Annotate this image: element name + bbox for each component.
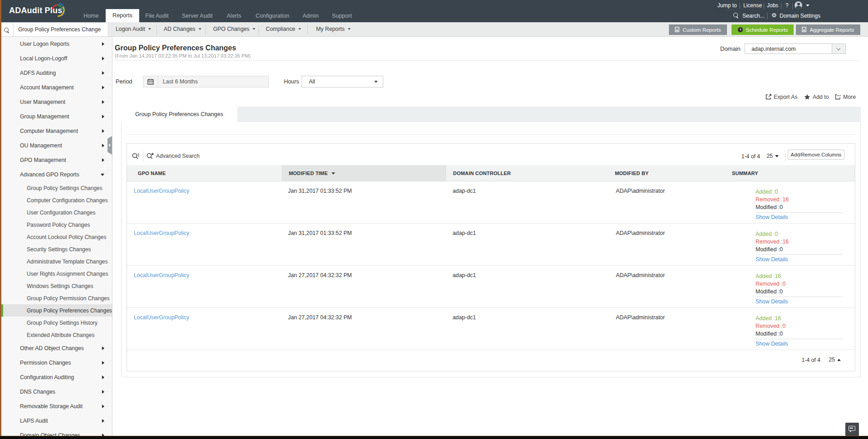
user-menu-caret-icon[interactable] [806,5,809,6]
schedule-reports-button[interactable]: Schedule Reports [731,24,794,35]
tab-group-policy-preferences-changes[interactable]: Group Policy Preferences Changes [121,107,237,122]
sidebar-item-computer-management[interactable]: Computer Management [1,124,112,138]
nav-tab-support[interactable]: Support [328,13,356,22]
sidebar-item-gpo-management[interactable]: GPO Management [1,153,112,167]
sidebar-item-extended-attribute-changes[interactable]: Extended Attribute Changes [1,329,112,341]
menu-ad-changes[interactable]: AD Changes [164,26,201,34]
sidebar-item-dns-changes[interactable]: DNS Changes [1,385,112,399]
gpo-name-link[interactable]: LocalUserGroupPolicy [134,230,189,236]
show-details-link[interactable]: Show Details [756,340,855,348]
table-row: LocalUserGroupPolicyJan 27,2017 04:32:32… [127,308,855,350]
sidebar-item-adfs-auditing[interactable]: ADFS Auditing [1,66,112,80]
sidebar-item-removable-storage-audit[interactable]: Removable Storage Audit [1,399,112,414]
domain-settings-button[interactable]: Domain Settings [780,13,820,19]
modified-time-cell: Jan 27,2017 04:32:32 PM [282,308,446,350]
more-button[interactable]: More [835,94,856,100]
menu-my-reports[interactable]: My Reports [316,26,351,34]
page-size-value: 25 [766,153,773,159]
column-header-modified-time[interactable]: MODIFIED TIME [282,165,446,181]
column-header-summary[interactable]: SUMMARY [731,165,855,181]
custom-reports-button[interactable]: Custom Reports [669,24,727,35]
sidebar-item-computer-configuration-changes[interactable]: Computer Configuration Changes [1,194,112,206]
column-header-modified-by[interactable]: MODIFIED BY [610,165,731,181]
sidebar-item-permission-changes[interactable]: Permission Changes [1,356,112,370]
sidebar-item-other-ad-object-changes[interactable]: Other AD Object Changes [1,341,112,356]
period-field[interactable]: Last 6 Months [143,76,269,88]
gpo-name-link[interactable]: LocalUserGroupPolicy [134,272,189,278]
sidebar-item-user-rights-assignment-changes[interactable]: User Rights Assignment Changes [1,268,112,280]
sidebar-item-group-policy-settings-changes[interactable]: Group Policy Settings Changes [1,182,112,194]
nav-tab-file-audit[interactable]: File Audit [141,13,173,22]
calendar-icon[interactable] [143,76,158,87]
sidebar-item-windows-settings-changes[interactable]: Windows Settings Changes [1,280,112,292]
sidebar-item-account-management[interactable]: Account Management [1,80,112,95]
sidebar-item-group-policy-settings-history[interactable]: Group Policy Settings History [1,317,112,329]
report-search-input[interactable]: Group Policy Preferences Change [14,23,107,36]
modified-by-cell: ADAP\administrator [610,181,731,223]
jobs-link[interactable]: Jobs [767,2,778,9]
nav-tab-alerts[interactable]: Alerts [220,13,248,22]
summary-added: Added :0 [756,188,855,196]
menu-gpo-changes[interactable]: GPO Changes [213,26,255,34]
chevron-down-icon[interactable] [832,44,845,54]
show-details-link[interactable]: Show Details [756,214,855,221]
help-link[interactable]: ? [785,2,789,9]
user-avatar[interactable] [795,1,802,9]
sidebar-item-password-policy-changes[interactable]: Password Policy Changes [1,219,112,231]
chevron-right-icon [102,346,104,350]
gpo-name-link[interactable]: LocalUserGroupPolicy [134,188,189,194]
sidebar-item-administrative-template-changes[interactable]: Administrative Template Changes [1,255,112,268]
show-details-link[interactable]: Show Details [756,256,855,263]
export-as-label: Export As [774,94,798,100]
sidebar-item-user-logon-reports[interactable]: User Logon Reports [1,37,112,51]
nav-tab-configuration[interactable]: Configuration [252,13,293,22]
global-search-button[interactable]: Search... [742,13,765,19]
sidebar-item-advanced-gpo-reports[interactable]: Advanced GPO Reports [1,167,112,182]
hours-dropdown[interactable]: All [302,76,383,88]
menu-logon-audit[interactable]: Logon Audit [116,26,151,34]
custom-reports-label: Custom Reports [683,27,721,33]
summary-added: Added :16 [756,273,855,280]
modified-by-cell: ADAP\administrator [610,308,731,350]
sidebar-collapse-handle[interactable] [107,136,112,155]
report-search-icon[interactable] [1,23,13,36]
export-as-button[interactable]: Export As [766,94,798,100]
jump-to-link[interactable]: Jump to [717,2,737,9]
card-divider [127,134,855,135]
separator [767,13,768,20]
column-header-gpo-name[interactable]: GPO NAME [127,165,282,181]
column-header-domain-controller[interactable]: DOMAIN CONTROLLER [446,165,610,181]
sidebar-item-local-logon-logoff[interactable]: Local Logon-Logoff [1,51,112,66]
advanced-search-icon[interactable] [146,152,155,160]
sidebar-item-group-policy-permission-changes[interactable]: Group Policy Permission Changes [1,292,112,304]
page-size-select-bottom[interactable]: 25 [829,356,841,363]
nav-tab-admin[interactable]: Admin [297,13,324,22]
gpo-name-link[interactable]: LocalUserGroupPolicy [134,314,189,321]
sidebar-item-account-lockout-policy-changes[interactable]: Account Lockout Policy Changes [1,231,112,243]
sidebar-item-user-management[interactable]: User Management [1,95,112,109]
sidebar-item-configuration-auditing[interactable]: Configuration Auditing [1,370,112,385]
domain-dropdown[interactable]: adap.internal.com [745,44,846,54]
license-link[interactable]: License [743,2,762,9]
advanced-search-label[interactable]: Advanced Search [156,153,200,159]
sidebar-item-group-policy-preferences-changes[interactable]: Group Policy Preferences Changes [1,304,112,317]
aggregate-reports-button[interactable]: Aggregate Reports [796,24,860,35]
sidebar-item-laps-audit[interactable]: LAPS Audit [1,414,112,428]
sidebar-item-ou-management[interactable]: OU Management [1,138,112,153]
nav-tab-home[interactable]: Home [79,13,103,22]
chat-button[interactable] [845,423,859,436]
sidebar-item-group-management[interactable]: Group Management [1,109,112,124]
add-remove-columns-button[interactable]: Add/Remove Columns [788,150,844,160]
column-search-icon[interactable] [132,153,140,160]
nav-tab-reports[interactable]: Reports [106,9,139,22]
add-to-button[interactable]: Add to [804,94,829,100]
page-size-select[interactable]: 25 [766,153,779,159]
nav-tab-server-audit[interactable]: Server Audit [179,13,215,22]
sidebar-item-security-settings-changes[interactable]: Security Settings Changes [1,243,112,255]
sidebar-item-user-configuration-changes[interactable]: User Configuration Changes [1,206,112,219]
search-icon[interactable] [733,13,739,20]
separator [143,151,144,161]
show-details-link[interactable]: Show Details [756,298,855,306]
table-header-row: GPO NAME MODIFIED TIME DOMAIN CONTROLLER… [127,165,855,181]
menu-compliance[interactable]: Compliance [266,26,301,34]
